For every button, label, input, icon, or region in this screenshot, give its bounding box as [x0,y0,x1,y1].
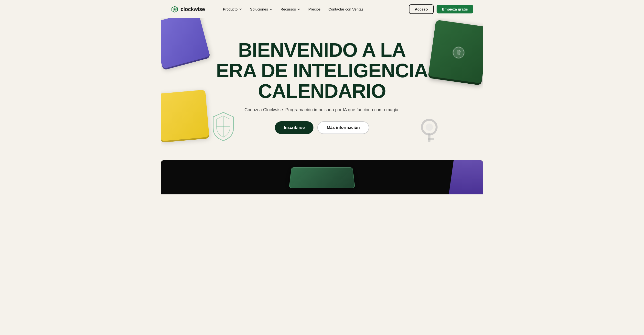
key-decoration-right [414,116,444,146]
shield-decoration [210,111,237,141]
empieza-gratis-button[interactable]: Empieza gratis [436,5,473,14]
nav-label-precios: Precios [308,7,320,11]
nav-links: Producto Soluciones Recursos Precios Con… [220,5,399,13]
hero-title: BIENVENIDO A LA ERA DE INTELIGENCIA CALE… [216,40,428,102]
glass-key-decoration [289,167,355,188]
logo-link[interactable]: clockwise [171,6,205,13]
nav-item-soluciones[interactable]: Soluciones [247,5,276,13]
nav-label-recursos: Recursos [280,7,296,11]
svg-point-0 [452,47,465,59]
hero-section: BIENVENIDO A LA ERA DE INTELIGENCIA CALE… [161,18,483,160]
nav-item-precios[interactable]: Precios [305,5,324,13]
dark-section-content [161,160,483,194]
nav-label-soluciones: Soluciones [250,7,268,11]
green-key-decoration [428,20,483,85]
chevron-down-icon-2 [269,8,273,11]
inscribirse-button[interactable]: Inscribirse [275,121,314,134]
svg-rect-5 [428,133,430,142]
nav-label-producto: Producto [223,7,238,11]
nav-item-contactar[interactable]: Contactar con Ventas [325,5,367,13]
purple-key-decoration [161,18,210,70]
navbar: clockwise Producto Soluciones Recursos P… [161,0,483,18]
clockwise-logo-icon [171,6,178,13]
hero-buttons: Inscribirse Más información [275,121,369,134]
acceso-button[interactable]: Acceso [409,5,434,14]
yellow-key-decoration [161,90,209,143]
chevron-down-icon [239,8,242,11]
key-icon [452,46,466,60]
purple-stripe-decoration [449,160,483,194]
svg-point-3 [422,120,436,135]
nav-item-recursos[interactable]: Recursos [277,5,304,13]
svg-point-4 [426,124,433,131]
nav-item-producto[interactable]: Producto [220,5,246,13]
mas-informacion-button[interactable]: Más información [317,121,369,134]
chevron-down-icon-3 [297,8,300,11]
svg-rect-6 [428,138,434,140]
nav-label-contactar: Contactar con Ventas [328,7,363,11]
hero-subtitle: Conozca Clockwise. Programación impulsad… [244,107,400,113]
logo-text: clockwise [180,6,205,13]
nav-actions: Acceso Empieza gratis [409,5,473,14]
dark-section [161,160,483,194]
